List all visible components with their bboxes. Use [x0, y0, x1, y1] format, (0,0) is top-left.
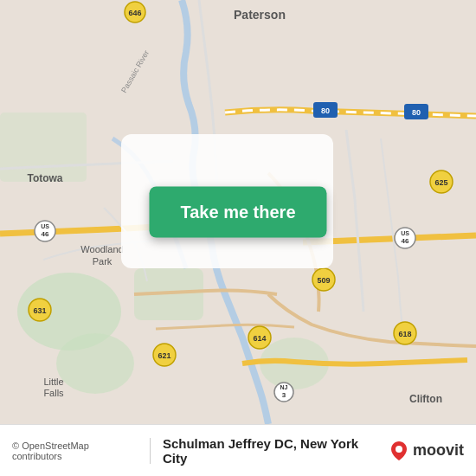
svg-text:Little: Little — [43, 376, 63, 387]
svg-rect-5 — [0, 113, 87, 182]
map-container: 80 80 US 46 US 46 NJ 3 646 631 509 614 6… — [0, 0, 476, 424]
moovit-pin-icon — [387, 439, 411, 463]
divider — [150, 438, 151, 464]
svg-text:614: 614 — [253, 334, 266, 343]
svg-text:80: 80 — [412, 108, 421, 117]
svg-text:631: 631 — [33, 306, 46, 315]
moovit-logo: moovit — [387, 439, 464, 463]
svg-text:Paterson: Paterson — [234, 8, 286, 22]
take-me-there-button[interactable]: Take me there — [149, 187, 326, 238]
location-name: Schulman Jeffrey DC, New York City — [163, 436, 380, 466]
svg-text:US: US — [41, 223, 49, 229]
svg-text:Woodland: Woodland — [80, 244, 123, 254]
bottom-bar: © OpenStreetMap contributors Schulman Je… — [0, 424, 476, 476]
svg-text:Falls: Falls — [43, 388, 64, 398]
svg-point-2 — [56, 333, 134, 394]
svg-text:509: 509 — [317, 276, 330, 285]
svg-text:Totowa: Totowa — [27, 172, 62, 184]
svg-point-42 — [396, 446, 402, 453]
svg-text:NJ: NJ — [280, 384, 288, 390]
svg-text:625: 625 — [434, 178, 447, 187]
svg-text:46: 46 — [402, 237, 409, 245]
svg-text:46: 46 — [42, 230, 49, 238]
moovit-text: moovit — [413, 441, 464, 460]
svg-text:621: 621 — [158, 351, 170, 360]
svg-text:US: US — [401, 230, 409, 236]
button-overlay: Take me there — [149, 187, 326, 238]
copyright-text: © OpenStreetMap contributors — [12, 441, 138, 461]
svg-text:Clifton: Clifton — [409, 393, 442, 405]
svg-text:618: 618 — [398, 330, 411, 338]
svg-text:80: 80 — [321, 106, 330, 115]
svg-text:646: 646 — [128, 9, 141, 17]
svg-text:3: 3 — [282, 391, 286, 399]
svg-text:Park: Park — [93, 256, 113, 267]
